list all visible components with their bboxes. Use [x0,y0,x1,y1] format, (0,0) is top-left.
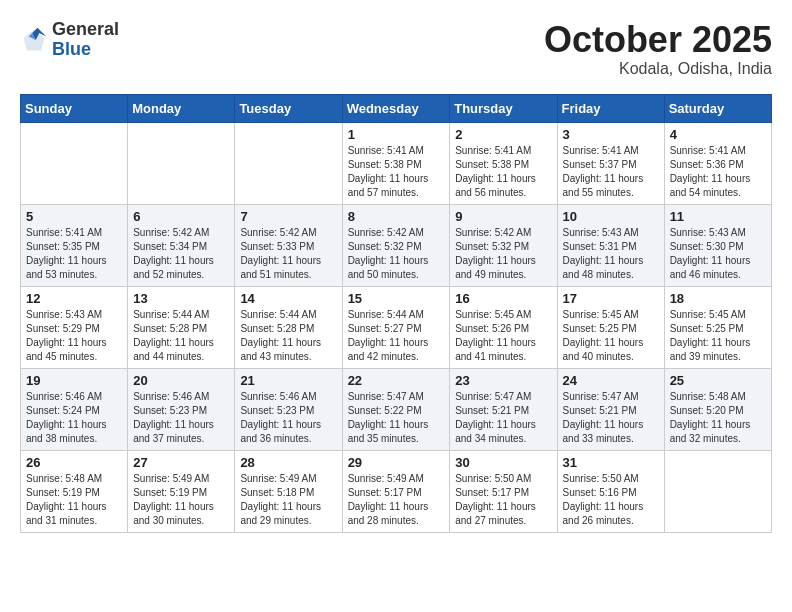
day-number: 26 [26,455,122,470]
day-info: Sunrise: 5:43 AM Sunset: 5:31 PM Dayligh… [563,226,659,282]
table-row: 8Sunrise: 5:42 AM Sunset: 5:32 PM Daylig… [342,204,450,286]
day-number: 18 [670,291,766,306]
day-info: Sunrise: 5:48 AM Sunset: 5:19 PM Dayligh… [26,472,122,528]
day-number: 17 [563,291,659,306]
table-row: 20Sunrise: 5:46 AM Sunset: 5:23 PM Dayli… [128,368,235,450]
day-number: 2 [455,127,551,142]
day-info: Sunrise: 5:42 AM Sunset: 5:34 PM Dayligh… [133,226,229,282]
table-row: 5Sunrise: 5:41 AM Sunset: 5:35 PM Daylig… [21,204,128,286]
day-info: Sunrise: 5:49 AM Sunset: 5:18 PM Dayligh… [240,472,336,528]
table-row: 11Sunrise: 5:43 AM Sunset: 5:30 PM Dayli… [664,204,771,286]
day-info: Sunrise: 5:42 AM Sunset: 5:32 PM Dayligh… [348,226,445,282]
table-row: 23Sunrise: 5:47 AM Sunset: 5:21 PM Dayli… [450,368,557,450]
table-row: 14Sunrise: 5:44 AM Sunset: 5:28 PM Dayli… [235,286,342,368]
day-info: Sunrise: 5:41 AM Sunset: 5:35 PM Dayligh… [26,226,122,282]
day-info: Sunrise: 5:45 AM Sunset: 5:26 PM Dayligh… [455,308,551,364]
table-row: 29Sunrise: 5:49 AM Sunset: 5:17 PM Dayli… [342,450,450,532]
col-saturday: Saturday [664,94,771,122]
logo-icon [20,26,48,54]
page-header: General Blue October 2025 Kodala, Odisha… [20,20,772,78]
calendar-table: Sunday Monday Tuesday Wednesday Thursday… [20,94,772,533]
col-wednesday: Wednesday [342,94,450,122]
col-friday: Friday [557,94,664,122]
day-number: 5 [26,209,122,224]
day-number: 22 [348,373,445,388]
day-info: Sunrise: 5:41 AM Sunset: 5:37 PM Dayligh… [563,144,659,200]
day-info: Sunrise: 5:46 AM Sunset: 5:23 PM Dayligh… [133,390,229,446]
calendar-week-row: 12Sunrise: 5:43 AM Sunset: 5:29 PM Dayli… [21,286,772,368]
table-row: 2Sunrise: 5:41 AM Sunset: 5:38 PM Daylig… [450,122,557,204]
day-info: Sunrise: 5:44 AM Sunset: 5:28 PM Dayligh… [133,308,229,364]
day-info: Sunrise: 5:43 AM Sunset: 5:29 PM Dayligh… [26,308,122,364]
day-number: 19 [26,373,122,388]
table-row: 9Sunrise: 5:42 AM Sunset: 5:32 PM Daylig… [450,204,557,286]
day-info: Sunrise: 5:42 AM Sunset: 5:33 PM Dayligh… [240,226,336,282]
calendar-week-row: 19Sunrise: 5:46 AM Sunset: 5:24 PM Dayli… [21,368,772,450]
day-number: 8 [348,209,445,224]
table-row: 13Sunrise: 5:44 AM Sunset: 5:28 PM Dayli… [128,286,235,368]
day-number: 1 [348,127,445,142]
table-row: 27Sunrise: 5:49 AM Sunset: 5:19 PM Dayli… [128,450,235,532]
col-monday: Monday [128,94,235,122]
day-info: Sunrise: 5:41 AM Sunset: 5:38 PM Dayligh… [348,144,445,200]
day-info: Sunrise: 5:49 AM Sunset: 5:19 PM Dayligh… [133,472,229,528]
day-number: 11 [670,209,766,224]
table-row: 3Sunrise: 5:41 AM Sunset: 5:37 PM Daylig… [557,122,664,204]
day-number: 25 [670,373,766,388]
table-row: 15Sunrise: 5:44 AM Sunset: 5:27 PM Dayli… [342,286,450,368]
day-info: Sunrise: 5:42 AM Sunset: 5:32 PM Dayligh… [455,226,551,282]
table-row: 10Sunrise: 5:43 AM Sunset: 5:31 PM Dayli… [557,204,664,286]
month-title: October 2025 [544,20,772,60]
day-number: 29 [348,455,445,470]
logo-text: General Blue [52,20,119,60]
table-row: 17Sunrise: 5:45 AM Sunset: 5:25 PM Dayli… [557,286,664,368]
day-number: 7 [240,209,336,224]
table-row: 1Sunrise: 5:41 AM Sunset: 5:38 PM Daylig… [342,122,450,204]
day-number: 10 [563,209,659,224]
day-number: 23 [455,373,551,388]
day-info: Sunrise: 5:49 AM Sunset: 5:17 PM Dayligh… [348,472,445,528]
table-row: 19Sunrise: 5:46 AM Sunset: 5:24 PM Dayli… [21,368,128,450]
table-row: 30Sunrise: 5:50 AM Sunset: 5:17 PM Dayli… [450,450,557,532]
table-row: 22Sunrise: 5:47 AM Sunset: 5:22 PM Dayli… [342,368,450,450]
day-info: Sunrise: 5:50 AM Sunset: 5:17 PM Dayligh… [455,472,551,528]
day-number: 9 [455,209,551,224]
location: Kodala, Odisha, India [544,60,772,78]
col-tuesday: Tuesday [235,94,342,122]
day-number: 28 [240,455,336,470]
day-number: 12 [26,291,122,306]
day-info: Sunrise: 5:44 AM Sunset: 5:28 PM Dayligh… [240,308,336,364]
col-thursday: Thursday [450,94,557,122]
table-row: 7Sunrise: 5:42 AM Sunset: 5:33 PM Daylig… [235,204,342,286]
table-row [664,450,771,532]
day-number: 30 [455,455,551,470]
logo: General Blue [20,20,119,60]
day-number: 6 [133,209,229,224]
day-info: Sunrise: 5:47 AM Sunset: 5:21 PM Dayligh… [455,390,551,446]
day-info: Sunrise: 5:46 AM Sunset: 5:23 PM Dayligh… [240,390,336,446]
day-number: 20 [133,373,229,388]
day-number: 14 [240,291,336,306]
day-info: Sunrise: 5:41 AM Sunset: 5:36 PM Dayligh… [670,144,766,200]
col-sunday: Sunday [21,94,128,122]
day-info: Sunrise: 5:44 AM Sunset: 5:27 PM Dayligh… [348,308,445,364]
day-info: Sunrise: 5:46 AM Sunset: 5:24 PM Dayligh… [26,390,122,446]
table-row [21,122,128,204]
logo-blue: Blue [52,40,119,60]
day-number: 3 [563,127,659,142]
table-row: 25Sunrise: 5:48 AM Sunset: 5:20 PM Dayli… [664,368,771,450]
day-info: Sunrise: 5:45 AM Sunset: 5:25 PM Dayligh… [563,308,659,364]
table-row [235,122,342,204]
table-row: 28Sunrise: 5:49 AM Sunset: 5:18 PM Dayli… [235,450,342,532]
title-block: October 2025 Kodala, Odisha, India [544,20,772,78]
table-row: 21Sunrise: 5:46 AM Sunset: 5:23 PM Dayli… [235,368,342,450]
day-info: Sunrise: 5:50 AM Sunset: 5:16 PM Dayligh… [563,472,659,528]
calendar-week-row: 26Sunrise: 5:48 AM Sunset: 5:19 PM Dayli… [21,450,772,532]
day-number: 4 [670,127,766,142]
table-row: 31Sunrise: 5:50 AM Sunset: 5:16 PM Dayli… [557,450,664,532]
table-row: 4Sunrise: 5:41 AM Sunset: 5:36 PM Daylig… [664,122,771,204]
day-number: 13 [133,291,229,306]
table-row: 16Sunrise: 5:45 AM Sunset: 5:26 PM Dayli… [450,286,557,368]
table-row [128,122,235,204]
day-info: Sunrise: 5:47 AM Sunset: 5:22 PM Dayligh… [348,390,445,446]
